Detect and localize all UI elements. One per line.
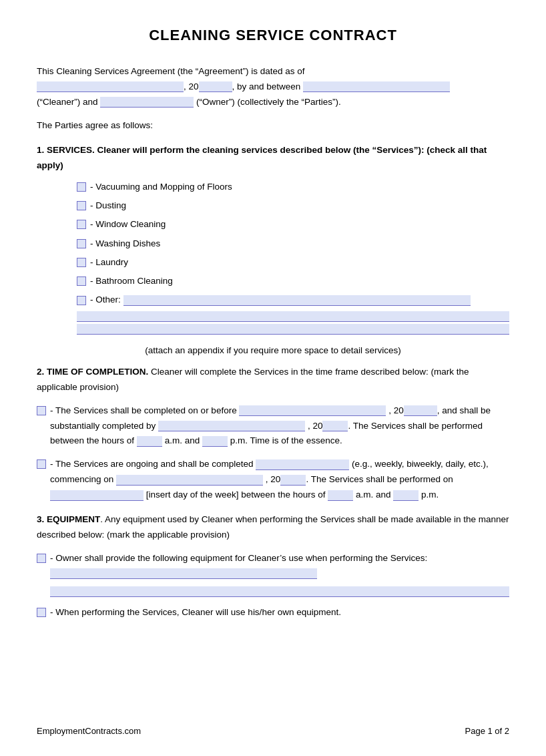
- footer-left: EmploymentContracts.com: [37, 726, 141, 736]
- checklist-item-dusting: - Dusting: [77, 198, 509, 214]
- ongoing-end-hour-field[interactable]: [393, 490, 419, 501]
- page-footer: EmploymentContracts.com Page 1 of 2: [37, 726, 509, 736]
- extra-service-field-1[interactable]: [77, 311, 509, 322]
- ongoing-start-hour-field[interactable]: [328, 490, 353, 501]
- equipment-list-field-2[interactable]: [50, 586, 509, 597]
- agree-text: The Parties agree as follows:: [37, 118, 509, 134]
- time-provision-2: - The Services are ongoing and shall be …: [37, 457, 509, 503]
- time-label: 2. TIME OF COMPLETION.: [37, 367, 148, 377]
- equipment-provision-1: - Owner shall provide the following equi…: [37, 551, 509, 597]
- time-provision-1-text: - The Services shall be completed on or …: [50, 403, 509, 449]
- label-laundry: - Laundry: [90, 254, 128, 270]
- checkbox-vacuuming[interactable]: [77, 182, 86, 192]
- commence-year-field[interactable]: [280, 475, 306, 486]
- year-field[interactable]: [199, 81, 232, 92]
- owner-name-field[interactable]: [100, 97, 194, 108]
- equipment-list-field[interactable]: [50, 568, 317, 579]
- time-provision-1: - The Services shall be completed on or …: [37, 403, 509, 449]
- intro-line3-end: (“Owner”) (collectively the “Parties”).: [196, 97, 341, 107]
- start-hour-am-field[interactable]: [137, 436, 162, 447]
- equipment-provision-2-text: - When performing the Services, Cleaner …: [50, 605, 509, 620]
- section-equipment: 3. EQUIPMENT. Any equipment used by Clea…: [37, 512, 509, 543]
- extra-service-fields: [77, 311, 509, 335]
- checkbox-bathroom[interactable]: [77, 276, 86, 286]
- checkbox-dusting[interactable]: [77, 201, 86, 210]
- checklist-item-laundry: - Laundry: [77, 254, 509, 270]
- section-services-heading: 1. SERVICES. Cleaner will perform the cl…: [37, 143, 509, 174]
- services-label: 1. SERVICES: [37, 145, 92, 155]
- equipment-text: . Any equipment used by Cleaner when per…: [37, 514, 509, 540]
- label-vacuuming: - Vacuuming and Mopping of Floors: [90, 179, 232, 195]
- label-bathroom: - Bathroom Cleaning: [90, 273, 173, 289]
- intro-line1: This Cleaning Services Agreement (the “A…: [37, 66, 304, 76]
- completion-year-field[interactable]: [404, 405, 437, 416]
- day-of-week-field[interactable]: [50, 490, 144, 501]
- checkbox-other[interactable]: [77, 296, 86, 305]
- checklist-item-bathroom: - Bathroom Cleaning: [77, 273, 509, 289]
- completion-date-field[interactable]: [239, 405, 386, 416]
- intro-paragraph: This Cleaning Services Agreement (the “A…: [37, 64, 509, 110]
- frequency-field[interactable]: [256, 459, 349, 470]
- equipment-provision-1-text: - Owner shall provide the following equi…: [50, 551, 509, 597]
- label-window: - Window Cleaning: [90, 216, 166, 232]
- checklist-item-other: - Other:: [77, 292, 509, 308]
- commence-date-field[interactable]: [116, 475, 263, 486]
- checkbox-window[interactable]: [77, 220, 86, 229]
- page: CLEANING SERVICE CONTRACT This Cleaning …: [0, 0, 546, 756]
- equipment-provision-2: - When performing the Services, Cleaner …: [37, 605, 509, 620]
- label-dishes: - Washing Dishes: [90, 236, 160, 252]
- checkbox-time-1[interactable]: [37, 406, 46, 415]
- section-time: 2. TIME OF COMPLETION. Cleaner will comp…: [37, 365, 509, 395]
- cleaner-name-field[interactable]: [303, 81, 450, 92]
- checkbox-equipment-2[interactable]: [37, 608, 46, 617]
- label-dusting: - Dusting: [90, 198, 126, 214]
- services-checklist: - Vacuuming and Mopping of Floors - Dust…: [77, 179, 509, 309]
- equipment-provisions: - Owner shall provide the following equi…: [37, 551, 509, 620]
- substantial-date-field[interactable]: [158, 421, 305, 431]
- checkbox-time-2[interactable]: [37, 459, 46, 469]
- label-other: - Other:: [90, 292, 121, 308]
- services-text: . Cleaner will perform the cleaning serv…: [37, 145, 487, 170]
- appendix-note: (attach an appendix if you require more …: [37, 345, 509, 355]
- extra-service-field-2[interactable]: [77, 324, 509, 335]
- checklist-item-dishes: - Washing Dishes: [77, 236, 509, 252]
- page-title: CLEANING SERVICE CONTRACT: [37, 27, 509, 44]
- checkbox-dishes[interactable]: [77, 239, 86, 248]
- intro-line2-end: , by and between: [232, 81, 301, 91]
- end-hour-pm-field[interactable]: [202, 436, 228, 447]
- checkbox-laundry[interactable]: [77, 258, 86, 267]
- equipment-label: 3. EQUIPMENT: [37, 514, 100, 524]
- checkbox-equipment-1[interactable]: [37, 554, 46, 563]
- checklist-item-vacuuming: - Vacuuming and Mopping of Floors: [77, 179, 509, 195]
- substantial-year-field[interactable]: [322, 421, 348, 431]
- time-provisions: - The Services shall be completed on or …: [37, 403, 509, 504]
- footer-right: Page 1 of 2: [465, 726, 510, 736]
- time-provision-2-text: - The Services are ongoing and shall be …: [50, 457, 509, 503]
- date-field[interactable]: [37, 81, 184, 92]
- intro-line3-mid: (“Cleaner”) and: [37, 97, 98, 107]
- other-input-field[interactable]: [123, 295, 471, 306]
- checklist-item-window: - Window Cleaning: [77, 216, 509, 232]
